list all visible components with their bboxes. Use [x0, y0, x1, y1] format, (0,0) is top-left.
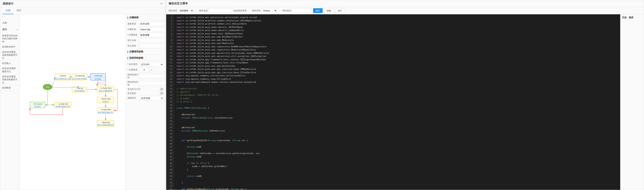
en-name-label: 英文名称: [128, 39, 139, 42]
step-params-section: 步骤参数 参数类型 收货/改数 步骤名称 步骤描述 英文名称: [128, 16, 164, 48]
close-button[interactable]: ✕: [160, 2, 163, 5]
length-check-label: 长度检查: [128, 68, 139, 71]
svg-text:收货-处置是否需要置: 收货-处置是否需要置: [72, 78, 87, 80]
length-check-row: 长度检查 +: [128, 68, 164, 72]
flow-design-panel: 流程设计 ✕ 步骤 组件 › 入库 › 通用 ∨: [0, 0, 165, 190]
sidebar-section-inbound-label: 入库: [2, 21, 7, 24]
save-button[interactable]: 确定: [313, 8, 322, 13]
en-name-input[interactable]: [139, 38, 165, 43]
tab-components[interactable]: 组件: [14, 7, 24, 14]
toolbar-script-desc: 脚本描述: [282, 8, 312, 13]
flow-detail-params-title: 流程明细参数: [128, 56, 164, 61]
svg-text:- Tran Sn: - Tran Sn: [76, 87, 83, 89]
svg-text:- Is Order Full: - Is Order Full: [58, 103, 68, 105]
jump-btn-name-row: 跳转按钮名称: [128, 81, 164, 87]
code-panel-header: 修改自定义脚本: [166, 0, 644, 7]
toolbar-separator3: |: [280, 9, 280, 12]
sidebar-section-inbound-header[interactable]: 入库 ›: [0, 20, 20, 26]
sidebar-item-2[interactable]: 收货/处理重置采购货物重置节点: [0, 50, 20, 61]
sidebar-section-general-label: 通用: [2, 28, 7, 31]
chevron-down-icon: ∨: [16, 28, 18, 31]
step-name-input[interactable]: [139, 27, 165, 32]
script-type-label: 脚本类型: [168, 9, 177, 12]
dialog-component-label: 调显组件: [128, 96, 139, 99]
flow-design-title: 流程设计: [2, 2, 14, 5]
svg-text:- RC Commit: - RC Commit: [33, 103, 42, 105]
svg-text:收货-处理接收(输入)条码: 收货-处理接收(输入)条码: [54, 78, 72, 80]
script-name-input[interactable]: [208, 8, 232, 13]
script-lang-label: 脚本类型: [252, 9, 261, 12]
chevron-right-icon: ›: [17, 22, 18, 24]
svg-text:- Is Input Date: - Is Input Date: [100, 108, 111, 110]
panel-header: 流程设计 ✕: [0, 0, 165, 7]
value-table-label[interactable]: 值表: [629, 16, 634, 19]
validate-button[interactable]: 校验: [324, 8, 334, 13]
code-text-content[interactable]: import cn.tstdk.ibjlm.wes.apiservice.ser…: [174, 14, 620, 190]
sidebar-item-3[interactable]: 收货输入: [0, 61, 20, 66]
step-params-title: 步骤参数: [128, 16, 164, 20]
svg-text:开始: 开始: [46, 86, 49, 88]
right-side-panel: 日志 值表: [620, 14, 644, 190]
code-panel-title: 修改自定义脚本: [168, 2, 188, 5]
flow-detail-params-section: 流程明细参数 动作类型 交互动作 长度检查 + 跳转按钮代码: [128, 56, 164, 100]
code-toolbar: 脚本类型 组织脚本 | 脚本名称 物流跟踪查看 | 脚本类型 Groovy | …: [166, 7, 644, 14]
step-desc-input[interactable]: [139, 33, 165, 37]
uppercase-toggle[interactable]: [158, 88, 164, 91]
sidebar-section-inbound: 入库 ›: [0, 20, 20, 26]
jump-btn-name-label: 跳转按钮名称: [128, 81, 139, 87]
step-desc-row: 步骤描述: [128, 33, 164, 37]
run-button[interactable]: 运行: [335, 8, 344, 13]
left-sidebar: › 入库 › 通用 ∨ 检查是否存在相应的已确定采购单 处理收货条件 收货/处理…: [0, 14, 20, 190]
code-editor-area[interactable]: 1 2 3 4 5 6 7 8 9 10 11 12 13 14 15 16 1…: [166, 14, 620, 190]
en-name-row: 英文名称: [128, 38, 164, 43]
toolbar-separator2: |: [249, 9, 250, 12]
line-numbers: 1 2 3 4 5 6 7 8 9 10 11 12 13 14 15 16 1…: [166, 14, 174, 190]
svg-text:收货改数: 收货改数: [95, 78, 101, 80]
flow-canvas[interactable]: 开始 - InputSn 收货-处理接收(输入)条码 - Is Check Qt…: [20, 14, 126, 190]
sidebar-item-6[interactable]: 收货数量: [0, 85, 20, 91]
sidebar-collapse-btn[interactable]: ›: [0, 14, 20, 20]
uppercase-toggle-row: 是否转为大写: [128, 88, 164, 91]
svg-text:收货-处理重置重置: 收货-处理重置重置: [99, 90, 112, 92]
toolbar-script-name: 脚本名称: [199, 8, 232, 13]
jump-btn-code-row: 跳转按钮代码: [128, 73, 164, 79]
svg-text:- InputSn: - InputSn: [59, 75, 66, 77]
action-type-select[interactable]: 交互动作: [139, 62, 164, 67]
en-desc-row: 英文描述: [128, 44, 164, 48]
step-name-row: 步骤名称: [128, 27, 164, 32]
svg-text:收货-处理重置进阶期所: 收货-处理重置进阶期所: [97, 124, 114, 126]
action-type-label: 动作类型: [128, 63, 139, 66]
sidebar-item-1[interactable]: 处理收货条件: [0, 44, 20, 49]
code-editor-panel: 修改自定义脚本 脚本类型 组织脚本 | 脚本名称 物流跟踪查看 | 脚本类型 G…: [166, 0, 644, 190]
en-desc-input[interactable]: [139, 44, 165, 48]
resource-label: 物流跟踪查看: [234, 9, 247, 12]
sidebar-section-general-header[interactable]: 通用 ∨: [0, 26, 20, 33]
code-body: 1 2 3 4 5 6 7 8 9 10 11 12 13 14 15 16 1…: [166, 14, 644, 190]
toolbar-separator1: |: [196, 9, 197, 12]
log-label[interactable]: 日志: [622, 16, 627, 19]
call-params-title: 步骤调用参数: [128, 50, 164, 54]
sidebar-item-0[interactable]: 检查是否存在相应的已确定采购单: [0, 33, 20, 44]
dialog-component-row: 调显组件 收货/改数: [128, 96, 164, 100]
en-desc-label: 英文描述: [128, 44, 139, 47]
preview-toggle-row: 是否预览: [128, 92, 164, 95]
script-type-select[interactable]: 组织脚本: [178, 8, 194, 13]
script-lang-select[interactable]: Groovy: [262, 8, 277, 13]
sidebar-item-5[interactable]: 收货/处理重置采购货物重置节点: [0, 74, 20, 85]
toolbar-resource: 物流跟踪查看: [234, 9, 247, 12]
tab-steps[interactable]: 步骤: [2, 7, 14, 14]
length-check-increment-btn[interactable]: +: [149, 68, 154, 72]
param-type-row: 参数类型 收货/改数: [128, 22, 164, 26]
script-desc-input[interactable]: [292, 8, 312, 13]
sidebar-item-4[interactable]: 收货/处理重置重置节点: [0, 66, 20, 74]
jump-btn-code-input[interactable]: [139, 74, 165, 78]
svg-text:- Is Check Qty: - Is Check Qty: [74, 75, 85, 77]
jump-btn-name-input[interactable]: [139, 81, 165, 86]
length-check-input[interactable]: [139, 68, 149, 72]
dialog-component-select[interactable]: 收货/改数: [139, 96, 164, 100]
param-type-value: 收货/改数: [139, 22, 164, 26]
toolbar-script-lang: 脚本类型 Groovy: [252, 8, 277, 13]
preview-toggle[interactable]: [158, 92, 164, 95]
jump-btn-code-label: 跳转按钮代码: [128, 73, 139, 79]
length-check-input-group: +: [139, 68, 154, 72]
